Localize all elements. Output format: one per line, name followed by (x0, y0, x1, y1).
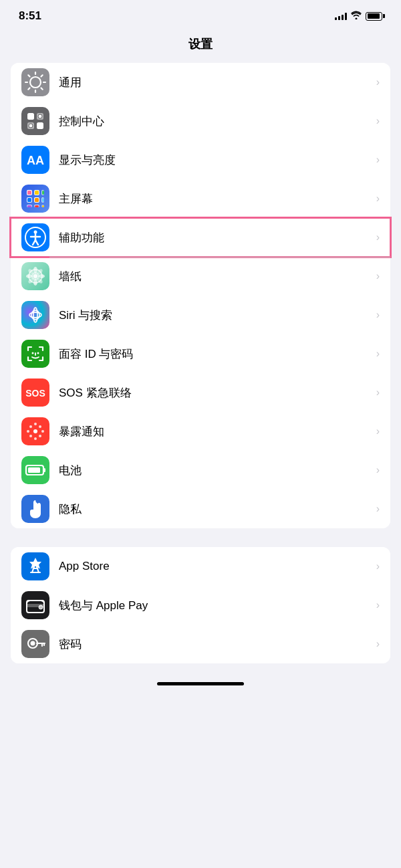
svg-rect-69 (28, 467, 40, 473)
settings-item-privacy[interactable]: 隐私 › (11, 490, 390, 528)
siri-label: Siri 与搜索 (59, 308, 371, 323)
status-bar: 8:51 (0, 0, 401, 28)
home-screen-icon (21, 185, 49, 213)
svg-text:SOS: SOS (25, 388, 45, 399)
appstore-label: App Store (59, 560, 371, 573)
svg-rect-25 (27, 191, 31, 195)
settings-group-1: 通用 › 控制中心 › AA 显示与亮度 › (11, 63, 390, 528)
svg-point-55 (37, 352, 39, 354)
svg-line-6 (41, 88, 43, 90)
battery-icon (21, 456, 49, 484)
settings-group-2: App Store › 钱包与 Apple Pay › (11, 547, 390, 663)
svg-point-58 (33, 429, 37, 433)
exposure-icon (21, 417, 49, 445)
accessibility-icon (21, 223, 49, 251)
settings-item-display[interactable]: AA 显示与亮度 › (11, 140, 390, 179)
settings-item-faceid[interactable]: 面容 ID 与密码 › (11, 334, 390, 373)
passwords-chevron: › (376, 638, 380, 650)
general-chevron: › (376, 76, 380, 88)
sos-label: SOS 紧急联络 (59, 385, 371, 401)
svg-point-65 (29, 435, 32, 437)
svg-rect-32 (35, 205, 39, 207)
exposure-chevron: › (376, 425, 380, 437)
svg-point-13 (38, 114, 42, 118)
faceid-icon (21, 340, 49, 368)
svg-point-77 (39, 605, 43, 609)
svg-rect-29 (35, 198, 39, 202)
battery-label: 电池 (59, 463, 371, 478)
wallet-label: 钱包与 Apple Pay (59, 598, 371, 613)
siri-chevron: › (376, 309, 380, 321)
svg-line-39 (35, 240, 38, 245)
svg-rect-30 (42, 198, 44, 202)
exposure-label: 暴露通知 (59, 424, 371, 439)
svg-point-44 (33, 279, 37, 286)
general-label: 通用 (59, 75, 371, 90)
svg-rect-68 (43, 468, 45, 472)
svg-rect-33 (42, 205, 44, 207)
wallpaper-chevron: › (376, 270, 380, 282)
privacy-chevron: › (376, 503, 380, 515)
svg-point-46 (38, 274, 45, 278)
privacy-label: 隐私 (59, 502, 371, 517)
accessibility-label: 辅助功能 (59, 230, 371, 245)
wallet-icon (21, 591, 49, 619)
home-screen-chevron: › (376, 193, 380, 205)
svg-point-61 (27, 430, 29, 433)
wallet-chevron: › (376, 599, 380, 611)
passwords-label: 密码 (59, 637, 371, 652)
settings-item-general[interactable]: 通用 › (11, 63, 390, 102)
svg-point-62 (41, 430, 44, 433)
svg-rect-71 (36, 504, 38, 510)
svg-line-7 (41, 75, 43, 76)
settings-item-siri[interactable]: Siri 与搜索 › (11, 296, 390, 334)
svg-rect-31 (27, 205, 31, 207)
control-center-chevron: › (376, 115, 380, 127)
settings-item-exposure[interactable]: 暴露通知 › (11, 412, 390, 451)
passwords-icon (21, 630, 49, 658)
page-title: 设置 (0, 28, 401, 63)
settings-item-wallet[interactable]: 钱包与 Apple Pay › (11, 586, 390, 625)
display-icon: AA (21, 146, 49, 174)
settings-item-sos[interactable]: SOS SOS 紧急联络 › (11, 373, 390, 412)
svg-point-54 (32, 352, 34, 354)
settings-item-home-screen[interactable]: 主屏幕 › (11, 179, 390, 218)
svg-point-79 (31, 641, 35, 646)
settings-item-accessibility[interactable]: 辅助功能 › (11, 218, 390, 257)
status-icons (335, 11, 382, 21)
faceid-label: 面容 ID 与密码 (59, 346, 371, 362)
signal-icon (335, 12, 347, 20)
wallpaper-label: 墙纸 (59, 269, 371, 284)
svg-rect-72 (38, 505, 40, 511)
settings-item-wallpaper[interactable]: 墙纸 › (11, 257, 390, 296)
svg-point-0 (30, 77, 41, 88)
svg-rect-12 (37, 122, 43, 129)
svg-line-5 (28, 75, 29, 76)
settings-item-battery[interactable]: 电池 › (11, 451, 390, 490)
settings-item-passwords[interactable]: 密码 › (11, 625, 390, 663)
svg-point-43 (33, 267, 37, 274)
wifi-icon (351, 11, 362, 21)
battery-status-icon (366, 12, 382, 21)
privacy-icon (21, 495, 49, 523)
svg-point-59 (34, 423, 37, 425)
settings-item-control-center[interactable]: 控制中心 › (11, 102, 390, 140)
svg-line-8 (28, 88, 29, 90)
svg-rect-9 (27, 113, 34, 120)
svg-text:AA: AA (27, 154, 44, 167)
svg-point-63 (29, 425, 32, 428)
svg-rect-26 (35, 191, 39, 195)
control-center-label: 控制中心 (59, 114, 371, 129)
svg-point-42 (33, 274, 37, 278)
svg-rect-70 (33, 502, 35, 510)
display-label: 显示与亮度 (59, 152, 371, 168)
settings-item-appstore[interactable]: App Store › (11, 547, 390, 586)
battery-chevron: › (376, 464, 380, 476)
status-time: 8:51 (19, 9, 41, 23)
svg-point-45 (26, 274, 33, 278)
svg-rect-28 (27, 198, 31, 202)
control-center-icon (21, 107, 49, 135)
home-screen-label: 主屏幕 (59, 191, 371, 207)
display-chevron: › (376, 154, 380, 166)
siri-icon (21, 301, 49, 329)
